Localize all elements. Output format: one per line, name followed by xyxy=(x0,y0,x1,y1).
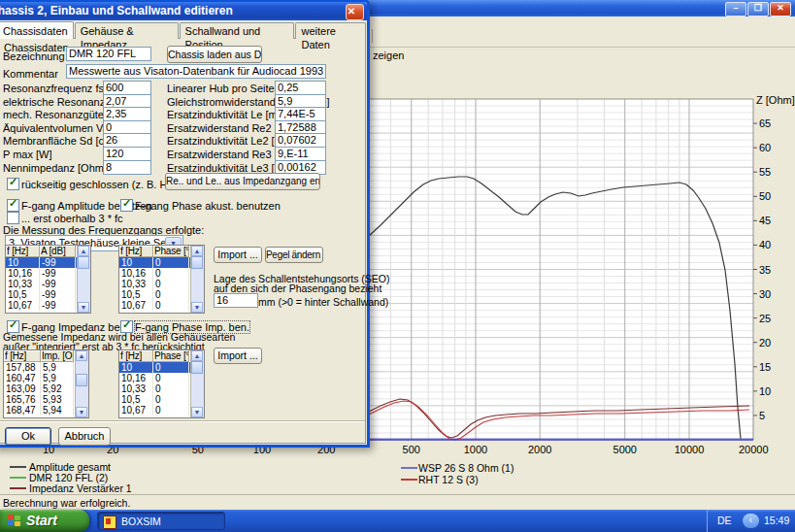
legend-item: RHT 12 S (3) xyxy=(418,475,479,485)
field-input[interactable]: 0,07602 xyxy=(275,133,326,148)
scrollbar-up-icon[interactable]: ▲ xyxy=(191,350,203,361)
rele-errechnen-button[interactable]: Re.. und Le.. aus Impedanzgang errechnen xyxy=(165,173,320,190)
column-header[interactable]: f [Hz] xyxy=(6,246,40,257)
status-bar: Berechnung war erfolgreich. xyxy=(0,494,795,510)
scrollbar-thumb[interactable] xyxy=(191,361,203,374)
grid-cell: 0 xyxy=(153,383,189,394)
legend-line xyxy=(401,479,417,481)
fgang-amplitude-checkbox[interactable] xyxy=(7,199,19,212)
grid-cell: 10 xyxy=(6,257,40,268)
scrollbar-down-icon[interactable]: ▼ xyxy=(78,302,89,313)
abbruch-button[interactable]: Abbruch xyxy=(58,427,111,446)
y-axis-title: Z [Ohm] xyxy=(756,94,795,106)
column-header[interactable]: A [dB] xyxy=(40,246,76,257)
grid-cell: 5,92 xyxy=(41,383,74,394)
field-input[interactable]: 0,25 xyxy=(275,81,326,95)
scrollbar-down-icon[interactable]: ▼ xyxy=(191,407,203,417)
grid-cell: 10,33 xyxy=(6,279,40,289)
scrollbar-thumb[interactable] xyxy=(76,374,87,386)
clock: 15:49 xyxy=(764,515,789,526)
kommentar-input[interactable]: Messwerte aus Visaton-Datenbank für Audi… xyxy=(66,64,326,79)
seo-input[interactable]: 16 xyxy=(214,293,258,308)
axis-tick-label: 15 xyxy=(759,361,771,373)
system-tray: DE ‹ 15:49 xyxy=(707,510,795,532)
scrollbar-up-icon[interactable]: ▲ xyxy=(76,350,87,361)
field-input[interactable]: 8 xyxy=(103,160,151,175)
dialog-titlebar[interactable]: Chassis 2, Einbau und Schallwand editier… xyxy=(0,2,367,20)
import-button-1[interactable]: Import ... xyxy=(214,247,262,263)
axis-tick-label: 20000 xyxy=(739,444,769,455)
series-amplitude-gesamt xyxy=(369,177,741,439)
language-indicator[interactable]: DE xyxy=(717,515,732,526)
pegel-aendern-button[interactable]: Pegel ändern ... xyxy=(265,247,323,263)
scrollbar-up-icon[interactable]: ▲ xyxy=(191,246,203,256)
axis-tick-label: 500 xyxy=(403,444,420,455)
tab-weitere-daten[interactable]: weitere Daten xyxy=(295,22,366,39)
grid-cell: 10 xyxy=(119,362,153,373)
axis-tick-label: 25 xyxy=(759,313,771,324)
taskbar-button-boxsim[interactable]: BOXSIM xyxy=(97,512,225,530)
tab-strip: ChassisdatenGehäuse & ImpedanzSchallwand… xyxy=(0,22,367,39)
grid-cell: 0 xyxy=(153,405,189,416)
boxsim-icon xyxy=(103,515,116,529)
field-input[interactable]: 9,E-11 xyxy=(275,147,326,161)
scrollbar[interactable]: ▲▼ xyxy=(190,350,204,417)
field-input[interactable]: 7,44E-5 xyxy=(275,107,326,121)
scrollbar-up-icon[interactable]: ▲ xyxy=(78,246,89,256)
axis-tick-label: 55 xyxy=(759,166,771,178)
legend-line xyxy=(401,467,417,469)
bezeichnung-input[interactable]: DMR 120 FFL xyxy=(66,47,151,61)
column-header[interactable]: Phase [°] xyxy=(153,350,189,362)
minimize-icon[interactable]: – xyxy=(725,2,746,17)
clipped-option-label[interactable]: zeigen xyxy=(373,50,404,61)
column-header[interactable]: f [Hz] xyxy=(119,350,153,362)
grid-cell: 163,09 xyxy=(4,383,41,394)
hide-icons-chevron[interactable]: ‹ xyxy=(743,514,759,528)
scrollbar-down-icon[interactable]: ▼ xyxy=(76,407,87,417)
grid-cell: 10,5 xyxy=(119,289,153,300)
seo-unit-label: mm (>0 = hinter Schallwand) xyxy=(258,297,388,308)
grid-cell: 5,93 xyxy=(41,394,74,405)
grid-cell: 0 xyxy=(153,362,189,373)
grid-cell: 10,67 xyxy=(119,300,153,311)
scrollbar[interactable]: ▲▼ xyxy=(190,246,204,313)
axis-tick-label: 50 xyxy=(759,190,771,202)
scrollbar[interactable]: ▲▼ xyxy=(75,350,88,417)
column-header[interactable]: f [Hz] xyxy=(4,350,41,362)
fgang-phase-checkbox[interactable] xyxy=(120,199,133,212)
erst-oberhalb-checkbox[interactable] xyxy=(7,212,19,224)
tab-geh-use-impedanz[interactable]: Gehäuse & Impedanz xyxy=(75,22,179,39)
field-input[interactable]: 26 xyxy=(103,133,151,148)
grid-cell: 157,88 xyxy=(4,362,41,373)
grid-cell: 165,76 xyxy=(4,394,41,405)
column-header[interactable]: Phase [°] xyxy=(153,246,189,257)
grid-cell: 10,16 xyxy=(6,268,40,279)
import-button-2[interactable]: Import ... xyxy=(214,348,262,364)
scrollbar[interactable]: ▲▼ xyxy=(77,246,90,313)
tab-chassisdaten[interactable]: Chassisdaten xyxy=(0,21,74,39)
grid-cell: -99 xyxy=(40,257,76,268)
field-input[interactable]: 120 xyxy=(103,147,151,161)
grid-cell: 10,67 xyxy=(119,405,153,416)
close-icon[interactable]: ✕ xyxy=(770,2,791,17)
scrollbar-thumb[interactable] xyxy=(78,256,89,269)
tab-schallwand-und-position[interactable]: Schallwand und Position xyxy=(180,22,295,39)
grid-cell: -99 xyxy=(40,268,76,279)
field-input[interactable]: 600 xyxy=(103,81,151,95)
scrollbar-down-icon[interactable]: ▼ xyxy=(191,302,203,313)
scrollbar-thumb[interactable] xyxy=(191,256,203,269)
windows-logo-icon xyxy=(8,515,21,527)
grid-impphase: f [Hz]Phase [°]10010,16010,33010,5010,67… xyxy=(118,349,205,418)
start-button[interactable]: Start xyxy=(0,510,89,532)
column-header[interactable]: f [Hz] xyxy=(119,246,153,257)
ok-button[interactable]: Ok xyxy=(5,427,51,446)
axis-tick-label: 10000 xyxy=(675,444,705,455)
field-input[interactable]: 2,35 xyxy=(103,107,151,121)
column-header[interactable]: Imp. [Ohm] xyxy=(41,350,74,362)
restore-icon[interactable]: ❐ xyxy=(747,2,769,17)
grid-cell: 10,33 xyxy=(119,383,153,394)
grid-cell: 10 xyxy=(119,257,153,268)
chassis-load-button[interactable]: Chassis laden aus Datei ... xyxy=(167,46,262,63)
rueckseitig-checkbox[interactable] xyxy=(7,178,19,190)
close-icon[interactable]: ✕ xyxy=(346,4,364,20)
